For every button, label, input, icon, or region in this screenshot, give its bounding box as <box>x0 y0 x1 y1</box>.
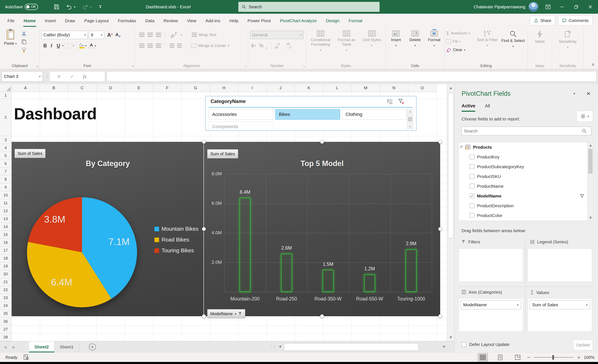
slicer-item-components[interactable]: Components <box>209 122 274 131</box>
orientation-button[interactable]: ab↗ <box>169 31 179 39</box>
name-box-splitter[interactable]: ⋮ <box>45 74 49 79</box>
axis-area-box[interactable]: ModelName▾ <box>459 298 523 332</box>
merge-center-button[interactable]: ↔ Merge & Center▾ <box>190 43 230 48</box>
pie-chart-by-category[interactable]: Sum of Sales By Category 7.1M6.4M3.8M Mo… <box>12 142 204 316</box>
fill-button[interactable]: ↓Fill▾ <box>445 38 461 45</box>
ribbon-tab-format[interactable]: Format <box>344 14 367 28</box>
sheet-tab-sheet1[interactable]: Sheet1 <box>54 341 79 352</box>
slicer-item-bikes[interactable]: Bikes <box>275 109 340 120</box>
insert-function-button[interactable]: fx <box>83 74 87 79</box>
underline-button[interactable]: U <box>57 43 62 49</box>
cut-icon[interactable] <box>21 31 27 36</box>
axis-field-chip[interactable]: ModelName▾ <box>461 300 521 309</box>
collapse-ribbon-icon[interactable]: ∧ <box>591 62 595 67</box>
close-button[interactable] <box>584 0 596 14</box>
row-header-9[interactable]: 9 <box>0 183 11 191</box>
field-item-productsku[interactable]: ProductSKU <box>459 172 593 181</box>
clear-filter-icon[interactable] <box>398 99 404 105</box>
column-header-k[interactable]: K <box>295 84 323 92</box>
bar-road-350-w[interactable] <box>323 270 334 292</box>
page-layout-view-button[interactable] <box>495 353 505 362</box>
tab-active[interactable]: Active <box>462 103 475 112</box>
checkbox-productdescription[interactable] <box>470 203 474 208</box>
slicer-scrollbar[interactable]: ∧∨ <box>407 109 413 129</box>
row-header-10[interactable]: 10 <box>0 191 11 199</box>
vertical-scroll-thumb[interactable] <box>448 93 453 238</box>
formula-input[interactable] <box>107 71 596 82</box>
row-header-25[interactable]: 25 <box>0 310 11 317</box>
conditional-formatting-button[interactable]: Conditional Formatting▾ <box>307 28 334 61</box>
zoom-percentage[interactable]: 100% <box>584 353 594 362</box>
field-item-productdescription[interactable]: ProductDescription <box>459 201 593 211</box>
zoom-out-button[interactable]: − <box>527 353 530 362</box>
row-header-20[interactable]: 20 <box>0 270 11 278</box>
scrollbar-splitter[interactable]: ⋮⋮ <box>270 344 276 349</box>
restore-button[interactable] <box>570 0 582 14</box>
column-header-i[interactable]: I <box>238 84 267 92</box>
legend-area-box[interactable] <box>528 248 592 282</box>
ribbon-tab-insert[interactable]: Insert <box>40 14 60 28</box>
ribbon-tab-file[interactable]: File <box>3 14 19 28</box>
sheet-nav-right-icon[interactable]: ▶ <box>12 345 15 349</box>
sheet-nav-left-icon[interactable]: ◀ <box>4 345 7 349</box>
column-header-o[interactable]: O <box>408 84 437 92</box>
font-size-select[interactable]: 9▾ <box>89 31 104 39</box>
number-format-select[interactable]: General▾ <box>250 31 303 39</box>
row-header-22[interactable]: 22 <box>0 286 11 294</box>
values-field-chip[interactable]: Sum of Sales▾ <box>530 300 590 309</box>
fields-search-input[interactable] <box>462 127 591 135</box>
row-header-14[interactable]: 14 <box>0 223 11 231</box>
ribbon-tab-draw[interactable]: Draw <box>60 14 80 28</box>
bar-road-550-w[interactable] <box>364 274 375 292</box>
save-button[interactable] <box>54 0 59 14</box>
ribbon-tab-add-ins[interactable]: Add-ins <box>201 14 225 28</box>
ribbon-tab-pivotchart-analyze[interactable]: PivotChart Analyze <box>275 14 321 28</box>
scroll-down-icon[interactable]: ▼ <box>447 334 455 341</box>
list-scroll-up-icon[interactable]: ▲ <box>587 142 594 148</box>
align-bottom-icon[interactable] <box>156 33 161 37</box>
selection-handle[interactable] <box>202 227 206 231</box>
find-select-button[interactable]: Find & Select▾ <box>500 28 526 61</box>
autosum-button[interactable]: ΣAutoSum▾ <box>445 30 470 37</box>
row-header-17[interactable]: 17 <box>0 247 11 254</box>
accounting-format-button[interactable]: $▾ <box>250 43 257 48</box>
comma-style-button[interactable]: , <box>266 44 267 48</box>
checkbox-productcolor[interactable] <box>470 213 474 218</box>
format-cells-button[interactable]: Format▾ <box>425 28 443 61</box>
selection-handle[interactable] <box>202 314 206 318</box>
filters-area-box[interactable] <box>459 248 523 282</box>
tab-all[interactable]: All <box>485 103 490 109</box>
ribbon-display-options-button[interactable] <box>542 0 554 14</box>
ribbon-tab-help[interactable]: Help <box>225 14 243 28</box>
column-header-g[interactable]: G <box>182 84 210 92</box>
percent-style-button[interactable]: % <box>259 43 263 49</box>
normal-view-button[interactable] <box>478 353 488 362</box>
increase-indent-icon[interactable] <box>177 44 182 48</box>
collapse-table-icon[interactable] <box>461 146 464 149</box>
column-header-c[interactable]: C <box>68 84 97 92</box>
defer-layout-checkbox[interactable] <box>462 342 466 347</box>
field-item-productcolor[interactable]: ProductColor <box>459 211 593 220</box>
name-box[interactable]: Chart 3▾ <box>2 71 43 82</box>
font-dialog-launcher-icon[interactable]: ↘ <box>131 64 134 68</box>
selection-handle[interactable] <box>320 314 324 318</box>
row-header-4[interactable]: 4 <box>0 144 11 152</box>
undo-button[interactable]: ▾ <box>66 0 75 14</box>
ribbon-tab-formulas[interactable]: Formulas <box>113 14 141 28</box>
minimize-button[interactable] <box>556 0 568 14</box>
horizontal-scroll-thumb[interactable] <box>284 343 419 351</box>
selection-handle[interactable] <box>202 140 206 144</box>
selection-handle[interactable] <box>438 140 442 144</box>
select-all-button[interactable] <box>0 84 11 92</box>
qat-customize-button[interactable]: ▾ <box>99 0 102 14</box>
row-header-28[interactable]: 28 <box>0 333 11 341</box>
scroll-right-icon[interactable]: ▶ <box>440 343 448 350</box>
selection-handle[interactable] <box>438 314 442 318</box>
enter-formula-icon[interactable]: ✓ <box>70 74 74 79</box>
wrap-text-button[interactable]: Wrap Text <box>191 33 217 37</box>
bold-button[interactable]: B <box>43 43 50 49</box>
scroll-left-icon[interactable]: ◀ <box>276 343 284 350</box>
decrease-font-size-button[interactable]: A∨ <box>116 32 121 38</box>
font-name-select[interactable]: Calibri (Body)▾ <box>42 31 88 39</box>
row-header-24[interactable]: 24 <box>0 302 11 310</box>
